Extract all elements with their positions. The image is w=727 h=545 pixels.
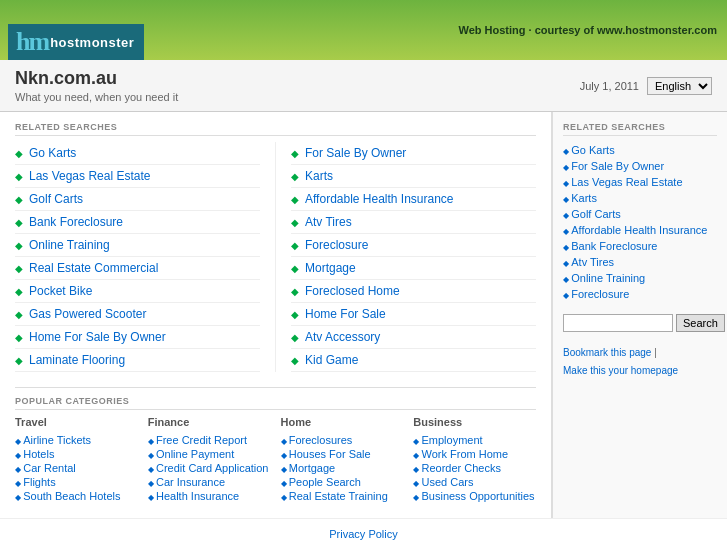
search-item: ◆Golf Carts <box>15 188 260 211</box>
travel-title: Travel <box>15 416 138 428</box>
travel-category: Travel Airline TicketsHotelsCar RentalFl… <box>15 416 138 503</box>
sidebar-search-link[interactable]: Foreclosure <box>563 286 717 302</box>
search-item: ◆Atv Accessory <box>291 326 536 349</box>
popular-categories-label: POPULAR CATEGORIES <box>15 396 536 410</box>
sidebar-search-link[interactable]: Go Karts <box>563 142 717 158</box>
search-link[interactable]: Atv Tires <box>305 215 352 229</box>
travel-link[interactable]: Car Rental <box>15 461 138 475</box>
business-link[interactable]: Employment <box>413 433 536 447</box>
home-link[interactable]: Real Estate Training <box>281 489 404 503</box>
diamond-icon: ◆ <box>291 332 299 343</box>
home-link[interactable]: Mortgage <box>281 461 404 475</box>
sidebar-search-link[interactable]: Golf Carts <box>563 206 717 222</box>
finance-link[interactable]: Health Insurance <box>148 489 271 503</box>
search-link[interactable]: Golf Carts <box>29 192 83 206</box>
search-item: ◆Atv Tires <box>291 211 536 234</box>
business-link[interactable]: Business Opportunities <box>413 489 536 503</box>
diamond-icon: ◆ <box>15 332 23 343</box>
search-item: ◆Foreclosure <box>291 234 536 257</box>
categories-grid: Travel Airline TicketsHotelsCar RentalFl… <box>15 416 536 503</box>
search-link[interactable]: Real Estate Commercial <box>29 261 158 275</box>
diamond-icon: ◆ <box>291 240 299 251</box>
diamond-icon: ◆ <box>15 171 23 182</box>
diamond-icon: ◆ <box>15 286 23 297</box>
search-item: ◆Pocket Bike <box>15 280 260 303</box>
date-lang-area: July 1, 2011 English <box>580 77 712 95</box>
sidebar-search-link[interactable]: Las Vegas Real Estate <box>563 174 717 190</box>
search-item: ◆Home For Sale By Owner <box>15 326 260 349</box>
search-link[interactable]: Laminate Flooring <box>29 353 125 367</box>
business-link[interactable]: Reorder Checks <box>413 461 536 475</box>
related-searches-grid: ◆Go Karts◆Las Vegas Real Estate◆Golf Car… <box>15 142 536 372</box>
related-searches-label: RELATED SEARCHES <box>15 122 536 136</box>
language-select[interactable]: English <box>647 77 712 95</box>
search-item: ◆Online Training <box>15 234 260 257</box>
search-link[interactable]: Home For Sale By Owner <box>29 330 166 344</box>
finance-category: Finance Free Credit ReportOnline Payment… <box>148 416 271 503</box>
search-input[interactable] <box>563 314 673 332</box>
search-link[interactable]: Home For Sale <box>305 307 386 321</box>
sidebar-search-link[interactable]: Affordable Health Insurance <box>563 222 717 238</box>
diamond-icon: ◆ <box>291 171 299 182</box>
diamond-icon: ◆ <box>15 148 23 159</box>
sidebar-search-link[interactable]: Karts <box>563 190 717 206</box>
finance-link[interactable]: Credit Card Application <box>148 461 271 475</box>
search-link[interactable]: Go Karts <box>29 146 76 160</box>
home-link[interactable]: Foreclosures <box>281 433 404 447</box>
search-link[interactable]: Atv Accessory <box>305 330 380 344</box>
diamond-icon: ◆ <box>291 148 299 159</box>
search-link[interactable]: Foreclosed Home <box>305 284 400 298</box>
travel-link[interactable]: Airline Tickets <box>15 433 138 447</box>
diamond-icon: ◆ <box>291 194 299 205</box>
search-item: ◆Kid Game <box>291 349 536 372</box>
search-link[interactable]: Las Vegas Real Estate <box>29 169 150 183</box>
finance-link[interactable]: Free Credit Report <box>148 433 271 447</box>
search-link[interactable]: Online Training <box>29 238 110 252</box>
diamond-icon: ◆ <box>15 263 23 274</box>
site-header: Nkn.com.au What you need, when you need … <box>0 60 727 112</box>
search-link[interactable]: Foreclosure <box>305 238 368 252</box>
search-link[interactable]: Pocket Bike <box>29 284 92 298</box>
sidebar-search-link[interactable]: Online Training <box>563 270 717 286</box>
search-item: ◆For Sale By Owner <box>291 142 536 165</box>
diamond-icon: ◆ <box>15 355 23 366</box>
finance-link[interactable]: Car Insurance <box>148 475 271 489</box>
search-link[interactable]: For Sale By Owner <box>305 146 406 160</box>
search-item: ◆Karts <box>291 165 536 188</box>
search-link[interactable]: Gas Powered Scooter <box>29 307 146 321</box>
search-link[interactable]: Bank Foreclosure <box>29 215 123 229</box>
travel-link[interactable]: South Beach Hotels <box>15 489 138 503</box>
home-link[interactable]: People Search <box>281 475 404 489</box>
search-item: ◆Real Estate Commercial <box>15 257 260 280</box>
diamond-icon: ◆ <box>15 309 23 320</box>
travel-link[interactable]: Flights <box>15 475 138 489</box>
business-link[interactable]: Work From Home <box>413 447 536 461</box>
home-link[interactable]: Houses For Sale <box>281 447 404 461</box>
business-title: Business <box>413 416 536 428</box>
business-link[interactable]: Used Cars <box>413 475 536 489</box>
search-col-right: ◆For Sale By Owner◆Karts◆Affordable Heal… <box>276 142 536 372</box>
diamond-icon: ◆ <box>291 286 299 297</box>
privacy-link[interactable]: Privacy Policy <box>329 528 397 540</box>
homepage-link[interactable]: Make this your homepage <box>563 365 678 376</box>
diamond-icon: ◆ <box>291 355 299 366</box>
search-item: ◆Las Vegas Real Estate <box>15 165 260 188</box>
popular-categories: POPULAR CATEGORIES Travel Airline Ticket… <box>15 387 536 503</box>
diamond-icon: ◆ <box>15 194 23 205</box>
search-link[interactable]: Karts <box>305 169 333 183</box>
search-link[interactable]: Affordable Health Insurance <box>305 192 454 206</box>
search-link[interactable]: Mortgage <box>305 261 356 275</box>
search-button[interactable]: Search <box>676 314 725 332</box>
diamond-icon: ◆ <box>291 263 299 274</box>
sidebar-search-link[interactable]: Atv Tires <box>563 254 717 270</box>
sidebar-search-link[interactable]: For Sale By Owner <box>563 158 717 174</box>
travel-link[interactable]: Hotels <box>15 447 138 461</box>
search-item: ◆Laminate Flooring <box>15 349 260 372</box>
sidebar-search-link[interactable]: Bank Foreclosure <box>563 238 717 254</box>
diamond-icon: ◆ <box>291 217 299 228</box>
search-link[interactable]: Kid Game <box>305 353 358 367</box>
content-area: RELATED SEARCHES ◆Go Karts◆Las Vegas Rea… <box>0 112 552 518</box>
bookmark-link[interactable]: Bookmark this page <box>563 347 651 358</box>
site-date: July 1, 2011 <box>580 80 639 92</box>
finance-link[interactable]: Online Payment <box>148 447 271 461</box>
